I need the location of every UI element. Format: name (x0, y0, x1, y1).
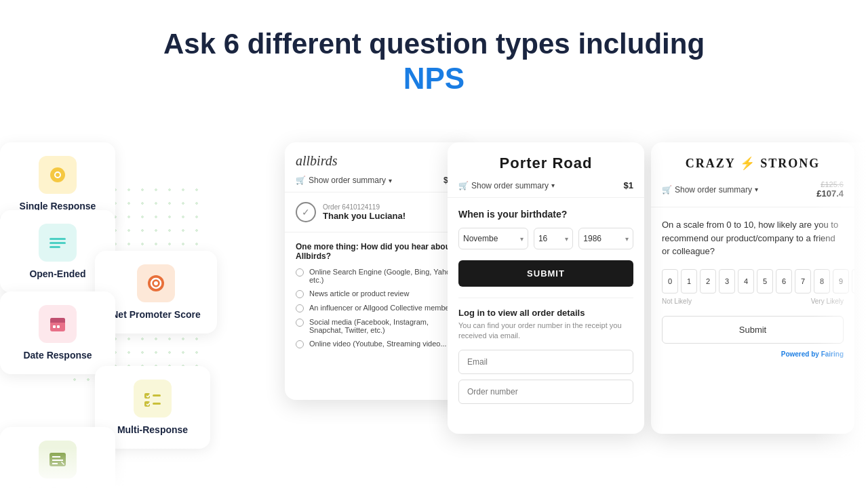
allbirds-survey-block: One more thing: How did you hear about A… (285, 232, 468, 363)
radio-icon (296, 304, 304, 312)
allbirds-card: allbirds 🛒 Show order summary ▾ $20 ✓ Or… (285, 142, 468, 400)
porter-submit-button[interactable]: SUBMIT (458, 260, 633, 287)
page-header: Ask 6 different question types including… (0, 0, 868, 110)
chevron-down-icon: ▾ (389, 177, 392, 184)
allbirds-thank-you: Thank you Luciana! (323, 211, 406, 221)
allbirds-confirm-text: Order 6410124119 Thank you Luciana! (323, 203, 406, 221)
svg-point-2 (56, 173, 60, 177)
svg-rect-20 (153, 394, 161, 396)
cart-icon: 🛒 (662, 185, 672, 195)
email-input[interactable] (458, 350, 633, 374)
svg-rect-5 (50, 246, 60, 248)
open-ended-icon (39, 224, 77, 262)
option-label: Social media (Facebook, Instagram, Snapc… (309, 318, 457, 334)
svg-rect-11 (50, 321, 65, 323)
allbirds-order-summary-row: 🛒 Show order summary ▾ $20 (296, 176, 457, 185)
bottom-fade-overlay (0, 447, 868, 488)
allbirds-survey-question: One more thing: How did you hear about A… (296, 242, 457, 261)
porter-road-logo: Porter Road (500, 155, 593, 172)
nps-2[interactable]: 2 (700, 269, 716, 293)
nps-0[interactable]: 0 (662, 269, 678, 293)
cards-area: Single Response Open-Ended Net Promoter … (0, 142, 868, 488)
nps-4[interactable]: 4 (738, 269, 754, 293)
svg-point-8 (154, 281, 158, 285)
login-title: Log in to view all order details (458, 308, 633, 318)
option-label: Online video (Youtube, Streaming video..… (309, 340, 447, 348)
nps-label: Net Promoter Score (111, 309, 200, 320)
allbirds-show-summary[interactable]: 🛒 Show order summary ▾ (296, 176, 392, 185)
radio-icon (296, 340, 304, 348)
day-value: 16 (538, 234, 547, 243)
svg-rect-13 (57, 325, 60, 328)
radio-icon (296, 290, 304, 298)
open-ended-label: Open-Ended (29, 268, 85, 279)
allbirds-option-5: Online video (Youtube, Streaming video..… (296, 340, 457, 348)
chevron-down-icon: ▾ (625, 235, 629, 243)
porter-body: When is your birthdate? Novembe ▾ 16 ▾ 1… (448, 198, 644, 420)
year-select[interactable]: 1986 ▾ (578, 228, 633, 249)
logo-right: STRONG (760, 157, 820, 170)
allbirds-option-3: An influencer or Allgood Collective memb… (296, 304, 457, 312)
option-label: Online Search Engine (Google, Bing, Yaho… (309, 268, 457, 284)
crazy-show-summary[interactable]: 🛒 Show order summary ▾ (662, 185, 758, 195)
date-response-label: Date Response (23, 350, 92, 361)
svg-rect-21 (153, 403, 161, 405)
card-date-response: Date Response (0, 291, 115, 374)
nps-icon (137, 264, 175, 302)
date-selects: Novembe ▾ 16 ▾ 1986 ▾ (458, 228, 633, 249)
allbirds-header: allbirds 🛒 Show order summary ▾ $20 (285, 142, 468, 192)
right-fade-overlay (814, 142, 868, 488)
chevron-down-icon: ▾ (565, 235, 568, 243)
option-label: An influencer or Allgood Collective memb… (309, 304, 452, 312)
multi-response-icon (134, 380, 172, 418)
nps-6[interactable]: 6 (776, 269, 792, 293)
porter-login-section: Log in to view all order details You can… (458, 298, 633, 409)
allbirds-option-2: News article or product review (296, 289, 457, 298)
svg-rect-3 (50, 238, 66, 240)
order-number-input[interactable] (458, 380, 633, 404)
radio-icon (296, 268, 304, 277)
chevron-down-icon: ▾ (520, 235, 524, 243)
radio-icon (296, 319, 304, 327)
nps-1[interactable]: 1 (681, 269, 697, 293)
option-label: News article or product review (309, 289, 409, 298)
cart-icon: 🛒 (296, 176, 306, 185)
bolt-icon: ⚡ (740, 157, 756, 170)
multi-response-label: Multi-Response (117, 424, 188, 435)
header-line1: Ask 6 different question types including (163, 28, 705, 60)
porter-show-summary[interactable]: 🛒 Show order summary ▾ (458, 181, 555, 190)
svg-rect-4 (50, 242, 66, 244)
nps-5[interactable]: 5 (757, 269, 773, 293)
day-select[interactable]: 16 ▾ (534, 228, 573, 249)
allbirds-order-number: Order 6410124119 (323, 203, 406, 211)
birthdate-question: When is your birthdate? (458, 209, 633, 220)
not-likely-label: Not Likely (662, 298, 692, 305)
show-summary-label: Show order summary (675, 185, 752, 195)
porter-road-card: Porter Road 🛒 Show order summary ▾ $1 Wh… (448, 142, 644, 434)
svg-rect-12 (53, 325, 56, 328)
nps-3[interactable]: 3 (719, 269, 735, 293)
single-response-icon (39, 156, 77, 194)
month-select[interactable]: Novembe ▾ (458, 228, 528, 249)
date-response-icon (39, 305, 77, 343)
allbirds-option-1: Online Search Engine (Google, Bing, Yaho… (296, 268, 457, 284)
cart-icon: 🛒 (458, 181, 469, 190)
nps-7[interactable]: 7 (795, 269, 811, 293)
login-subtitle: You can find your order number in the re… (458, 321, 633, 342)
chevron-down-icon: ▾ (551, 182, 555, 189)
check-circle-icon: ✓ (296, 202, 316, 222)
porter-header: Porter Road 🛒 Show order summary ▾ $1 (448, 142, 644, 198)
allbirds-order-confirm: ✓ Order 6410124119 Thank you Luciana! (285, 192, 468, 232)
allbirds-logo: allbirds (296, 153, 457, 169)
show-summary-label: Show order summary (309, 176, 386, 185)
porter-order-row: 🛒 Show order summary ▾ $1 (458, 180, 633, 190)
header-nps: NPS (403, 62, 465, 95)
logo-left: CRAZY (686, 157, 735, 170)
allbirds-option-4: Social media (Facebook, Instagram, Snapc… (296, 318, 457, 334)
porter-amount: $1 (624, 180, 633, 190)
show-summary-label: Show order summary (471, 181, 549, 190)
month-value: Novembe (463, 234, 498, 243)
chevron-down-icon: ▾ (755, 186, 758, 193)
year-value: 1986 (583, 234, 601, 243)
